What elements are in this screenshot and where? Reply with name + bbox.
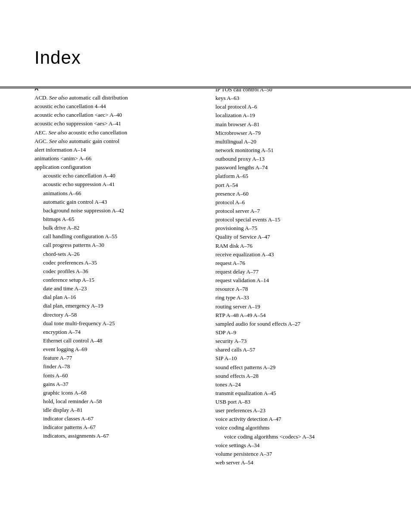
list-item: receive equalization A–43 (215, 250, 385, 259)
list-item: animations A–66 (34, 189, 198, 198)
list-item: volume persistence A–37 (215, 450, 385, 458)
right-column: IP TOS call control A–50keys A–63local p… (198, 85, 385, 467)
list-item: password lengths A–74 (215, 163, 385, 172)
list-item: conference setup A–15 (34, 276, 198, 284)
list-item: network monitoring A–51 (215, 146, 385, 155)
list-item: alert information A–14 (34, 146, 198, 154)
list-item: user preferences A–23 (215, 406, 385, 415)
top-bar (0, 86, 411, 89)
list-item: encryption A–74 (34, 328, 198, 336)
list-item: date and time A–23 (34, 284, 198, 293)
list-item: voice activity detection A–47 (215, 415, 385, 423)
list-item: SIP A–10 (215, 354, 385, 363)
list-item: platform A–65 (215, 172, 385, 180)
list-item: protocol server A–7 (215, 207, 385, 215)
right-entries: IP TOS call control A–50keys A–63local p… (215, 85, 385, 467)
list-item: codec profiles A–36 (34, 267, 198, 276)
list-item: sound effect patterns A–29 (215, 363, 385, 372)
page: Index A ACD. See also automatic call dis… (0, 47, 411, 532)
list-item: sampled audio for sound effects A–27 (215, 320, 385, 328)
list-item: AEC. See also acoustic echo cancellation (34, 128, 198, 137)
list-item: SDP A–9 (215, 328, 385, 337)
list-item: call handling configuration A–55 (34, 232, 198, 241)
list-item: Quality of Service A–47 (215, 233, 385, 241)
list-item: shared calls A–57 (215, 345, 385, 354)
list-item: main browser A–81 (215, 120, 385, 129)
left-column: A ACD. See also automatic call distribut… (34, 85, 198, 467)
list-item: dial plan A–16 (34, 293, 198, 302)
list-item: ring type A–33 (215, 293, 385, 302)
list-item: local protocol A–6 (215, 103, 385, 111)
list-item: acoustic echo cancellation A–40 (34, 171, 198, 180)
list-item: multilingual A–20 (215, 137, 385, 146)
list-item: bitmaps A–65 (34, 215, 198, 224)
list-item: voice coding algorithms (215, 423, 385, 432)
list-item: USB port A–83 (215, 398, 385, 406)
list-item: fonts A–60 (34, 371, 198, 380)
list-item: request validation A–14 (215, 276, 385, 285)
list-item: RAM disk A–76 (215, 242, 385, 250)
list-item: feature A–77 (34, 354, 198, 362)
list-item: call progress patterns A–30 (34, 241, 198, 249)
list-item: application configuration (34, 163, 198, 171)
list-item: acoustic echo suppression A–41 (34, 180, 198, 189)
list-item: transmit equalization A–45 (215, 389, 385, 398)
list-item: background noise suppression A–42 (34, 206, 198, 215)
list-item: routing server A–19 (215, 302, 385, 311)
content-area: A ACD. See also automatic call distribut… (34, 85, 385, 467)
list-item: chord-sets A–26 (34, 250, 198, 258)
list-item: finder A–78 (34, 362, 198, 371)
list-item: acoustic echo cancellation <aec> A–40 (34, 111, 198, 119)
list-item: localization A–19 (215, 111, 385, 120)
list-item: request delay A–77 (215, 268, 385, 276)
list-item: outbound proxy A–13 (215, 155, 385, 163)
list-item: resource A–78 (215, 285, 385, 293)
list-item: security A–73 (215, 337, 385, 345)
list-item: protocol A–6 (215, 198, 385, 207)
left-entries: ACD. See also automatic call distributio… (34, 93, 198, 441)
list-item: indicator patterns A–67 (34, 423, 198, 432)
list-item: presence A–60 (215, 190, 385, 198)
list-item: sound effects A–28 (215, 372, 385, 380)
list-item: dial plan, emergency A–19 (34, 302, 198, 310)
list-item: web server A–54 (215, 458, 385, 467)
list-item: automatic gain control A–43 (34, 198, 198, 206)
page-title: Index (34, 47, 411, 68)
list-item: voice settings A–34 (215, 441, 385, 450)
list-item: event logging A–69 (34, 345, 198, 354)
list-item: idle display A–81 (34, 406, 198, 414)
list-item: voice coding algorithms <codecs> A–34 (215, 432, 385, 441)
list-item: port A–54 (215, 181, 385, 190)
list-item: AGC. See also automatic gain control (34, 137, 198, 146)
list-item: ACD. See also automatic call distributio… (34, 93, 198, 102)
list-item: protocol special events A–15 (215, 215, 385, 224)
list-item: indicator classes A–67 (34, 414, 198, 423)
list-item: Ethernet call control A–48 (34, 336, 198, 345)
list-item: request A–76 (215, 259, 385, 268)
list-item: acoustic echo cancellation 4–44 (34, 102, 198, 111)
list-item: RTP A–48 A–49 A–54 (215, 311, 385, 320)
list-item: hold, local reminder A–58 (34, 397, 198, 406)
list-item: bulk drive A–82 (34, 224, 198, 232)
list-item: animations <anim> A–66 (34, 154, 198, 163)
list-item: indicators, assignments A–67 (34, 432, 198, 440)
list-item: acoustic echo suppression <aes> A–41 (34, 119, 198, 128)
list-item: Microbrowser A–79 (215, 129, 385, 137)
list-item: provisioning A–75 (215, 224, 385, 233)
list-item: graphic icons A–68 (34, 389, 198, 397)
list-item: dual tone multi-frequency A–25 (34, 319, 198, 328)
list-item: directory A–58 (34, 311, 198, 319)
list-item: keys A–63 (215, 94, 385, 103)
list-item: gains A–37 (34, 380, 198, 389)
list-item: codec preferences A–35 (34, 258, 198, 267)
list-item: tones A–24 (215, 380, 385, 389)
